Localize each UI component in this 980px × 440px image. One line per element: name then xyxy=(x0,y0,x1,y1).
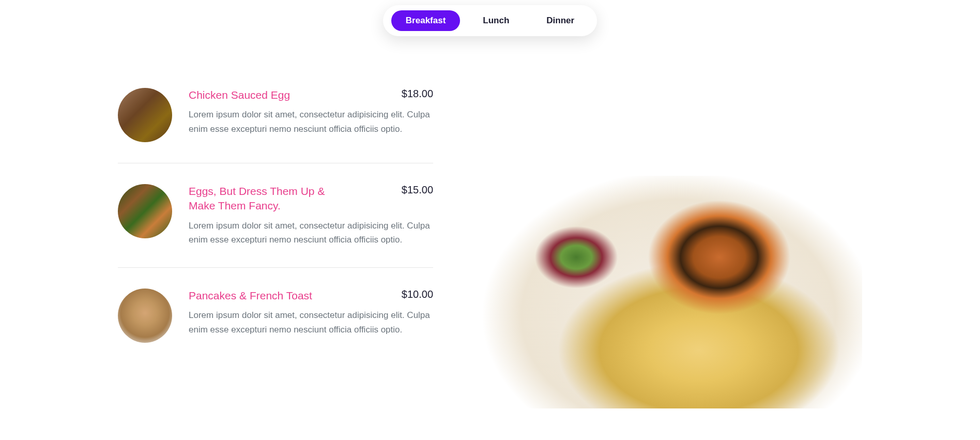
menu-item-description: Lorem ipsum dolor sit amet, consectetur … xyxy=(189,308,433,336)
content-area: Chicken Sauced Egg $18.00 Lorem ipsum do… xyxy=(87,88,893,408)
menu-item: Eggs, But Dress Them Up & Make Them Fanc… xyxy=(118,163,433,268)
menu-item-price: $15.00 xyxy=(402,184,433,196)
meal-tabs: Breakfast Lunch Dinner xyxy=(383,5,597,36)
menu-item-name: Eggs, But Dress Them Up & Make Them Fanc… xyxy=(189,184,354,214)
tab-lunch[interactable]: Lunch xyxy=(468,10,524,31)
menu-item: Pancakes & French Toast $10.00 Lorem ips… xyxy=(118,268,433,363)
menu-list: Chicken Sauced Egg $18.00 Lorem ipsum do… xyxy=(118,88,433,363)
menu-item-description: Lorem ipsum dolor sit amet, consectetur … xyxy=(189,219,433,247)
menu-item-details: Chicken Sauced Egg $18.00 Lorem ipsum do… xyxy=(189,88,433,142)
menu-item-header: Eggs, But Dress Them Up & Make Them Fanc… xyxy=(189,184,433,214)
menu-item-details: Eggs, But Dress Them Up & Make Them Fanc… xyxy=(189,184,433,247)
menu-item-image xyxy=(118,88,172,142)
menu-item-header: Pancakes & French Toast $10.00 xyxy=(189,289,433,303)
menu-item-image xyxy=(118,289,172,343)
menu-item-price: $18.00 xyxy=(402,88,433,100)
menu-item-header: Chicken Sauced Egg $18.00 xyxy=(189,88,433,102)
menu-item-name: Pancakes & French Toast xyxy=(189,289,312,303)
hero-dish-image xyxy=(454,176,862,408)
menu-item-details: Pancakes & French Toast $10.00 Lorem ips… xyxy=(189,289,433,343)
menu-item-description: Lorem ipsum dolor sit amet, consectetur … xyxy=(189,108,433,135)
tab-breakfast[interactable]: Breakfast xyxy=(391,10,461,31)
menu-item: Chicken Sauced Egg $18.00 Lorem ipsum do… xyxy=(118,88,433,163)
tabs-container: Breakfast Lunch Dinner xyxy=(0,5,980,36)
menu-item-price: $10.00 xyxy=(402,289,433,300)
menu-item-image xyxy=(118,184,172,238)
menu-item-name: Chicken Sauced Egg xyxy=(189,88,290,102)
tab-dinner[interactable]: Dinner xyxy=(532,10,589,31)
